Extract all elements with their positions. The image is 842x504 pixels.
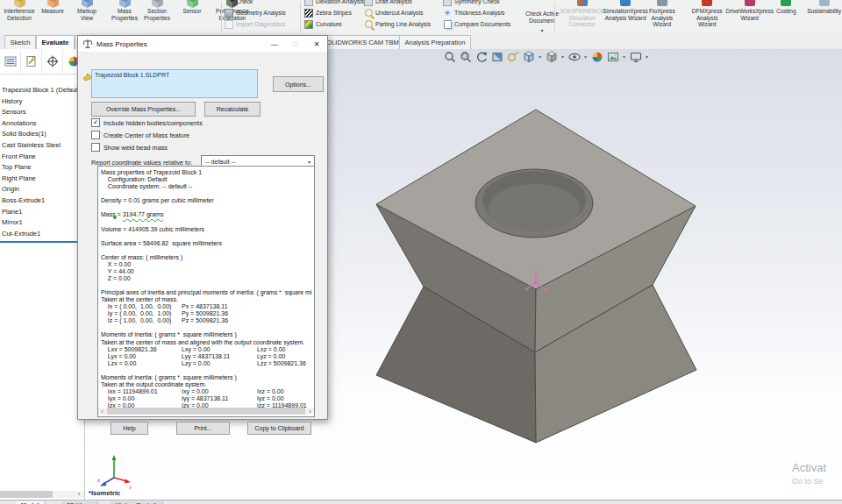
minimize-button[interactable]: — — [264, 37, 285, 52]
ribbon-tool-button[interactable]: Interference Detection — [2, 0, 37, 22]
tree-item[interactable]: Annotations — [0, 118, 84, 130]
help-button[interactable]: Help — [111, 422, 148, 435]
tree-item[interactable]: Plane1 — [0, 207, 84, 218]
ribbon-item-parting-line-analysis[interactable]: Parting Line Analysis — [364, 18, 445, 30]
edit-appearance-icon[interactable] — [590, 50, 603, 63]
chevron-down-icon[interactable]: ▾ — [539, 53, 541, 60]
ribbon-item-undercut-analysis[interactable]: Undercut Analysis — [364, 7, 445, 18]
report-line: Z = 0.00 — [101, 275, 314, 282]
ribbon-item-thickness-analysis[interactable]: ✳Thickness Analysis — [443, 7, 524, 18]
ribbon-tool-button[interactable]: Sensor — [170, 0, 214, 22]
options-button[interactable]: Options... — [273, 76, 324, 92]
ribbon-wizard-button[interactable]: 3DEXPERIENCE Simulation Connector — [556, 0, 608, 28]
display-style-icon[interactable] — [545, 50, 558, 63]
report-line: Ixx = 11194899.01Ixy = 0.00Ixz = 0.00 — [101, 388, 314, 395]
ribbon-separator — [221, 2, 222, 32]
view-orientation-icon[interactable] — [522, 50, 535, 63]
tree-item[interactable]: Sensors — [0, 107, 84, 118]
tree-item[interactable]: Front Plane — [0, 152, 84, 163]
tab-sketch[interactable]: Sketch — [4, 35, 36, 49]
tab-analysis-preparation[interactable]: Analysis Preparation — [399, 35, 471, 49]
rollback-bar[interactable] — [0, 241, 84, 243]
recalculate-button[interactable]: Recalculate — [204, 102, 260, 117]
report-line: Configuration: Default — [101, 176, 314, 183]
ribbon-tool-button[interactable]: Section Properties — [144, 0, 170, 22]
checkbox-create-center-of-mass[interactable]: Create Center of Mass feature — [91, 131, 189, 139]
chevron-down-icon[interactable]: ▾ — [646, 53, 648, 60]
ribbon-item-check[interactable]: ✓Check — [225, 0, 298, 7]
ribbon-wizard-button[interactable]: Sustainability — [806, 0, 842, 28]
chevron-down-icon[interactable]: ▾ — [623, 53, 625, 60]
ribbon-item-compare-documents[interactable]: Compare Documents — [443, 18, 524, 30]
dynamic-annotation-icon[interactable] — [506, 50, 519, 63]
report-line: Y = 44.00 — [101, 268, 314, 275]
tab-property-manager[interactable] — [21, 50, 42, 73]
override-mass-properties-button[interactable]: Override Mass Properties... — [91, 102, 196, 117]
ribbon-right-buttons: 3DEXPERIENCE Simulation Connector Simula… — [556, 0, 842, 28]
checkbox-show-weld-bead-mass[interactable]: Show weld bead mass — [91, 143, 168, 152]
scrollbar-thumb[interactable] — [107, 408, 305, 415]
tool-icon — [13, 0, 26, 6]
ribbon-item-geometry-analysis[interactable]: Geometry Analysis — [225, 7, 298, 18]
tree-item[interactable]: Top Plane — [0, 162, 84, 174]
report-line: Iz = ( 1.00, 0.00, 0.00)Pz = 5009821.36 — [101, 317, 314, 324]
ribbon-tool-button[interactable]: Measure — [37, 0, 68, 22]
tree-item[interactable]: Cast Stainless Steel — [0, 140, 84, 152]
tree-item[interactable]: Boss-Extrude1 — [0, 195, 84, 207]
section-view-icon[interactable] — [490, 50, 503, 63]
dialog-title-bar[interactable]: Mass Properties — □ ✕ — [78, 36, 327, 52]
tool-icon — [186, 0, 199, 6]
scroll-right-arrow[interactable]: › — [306, 408, 314, 415]
checkbox-unchecked-icon[interactable] — [91, 131, 100, 139]
tree-item[interactable]: Mirror1 — [0, 217, 84, 229]
tab-solidworks-cam-tbm[interactable]: SOLIDWORKS CAM TBM — [321, 35, 400, 49]
ribbon-wizard-button[interactable]: Costing — [767, 0, 806, 28]
tab-feature-tree[interactable] — [0, 50, 21, 73]
report-horizontal-scrollbar[interactable]: ‹ › — [98, 408, 314, 415]
close-button[interactable]: ✕ — [306, 37, 327, 52]
ribbon-tool-button[interactable]: Markup View — [68, 0, 105, 22]
report-line: Taken at the center of mass and aligned … — [101, 339, 314, 346]
previous-view-icon[interactable] — [475, 50, 488, 63]
checkbox-unchecked-icon[interactable] — [91, 143, 100, 152]
tree-item[interactable]: Solid Bodies(1) — [0, 129, 84, 140]
wizard-icon — [819, 0, 830, 6]
tree-item[interactable]: Origin — [0, 184, 84, 195]
report-line: Coordinate system: -- default -- — [101, 183, 314, 190]
wizard-icon — [577, 0, 588, 6]
ribbon-wizard-button[interactable]: SimulationXpress Analysis Wizard — [608, 0, 643, 28]
print-button[interactable]: Print... — [176, 422, 230, 435]
copy-to-clipboard-button[interactable]: Copy to Clipboard — [247, 422, 311, 435]
heads-up-view-toolbar: ▾ ▾ ▾ ▾ ▾ — [443, 50, 649, 63]
ribbon-item-draft-analysis[interactable]: Draft Analysis — [364, 0, 445, 7]
tab-evaluate[interactable]: Evaluate — [36, 35, 75, 49]
check-icon: ✓ — [225, 0, 233, 6]
ribbon-item-symmetry-check[interactable]: Symmetry Check — [443, 0, 524, 7]
tree-item[interactable]: Right Plane — [0, 174, 84, 185]
tab-configuration-manager[interactable] — [42, 50, 63, 73]
checkbox-include-hidden-bodies[interactable]: ✓ Include hidden bodies/components — [91, 118, 203, 127]
tree-item[interactable]: Cut-Extrude1 — [0, 229, 84, 240]
scroll-right-arrow[interactable]: › — [74, 491, 84, 498]
deviation-analysis-icon — [304, 0, 313, 6]
scroll-left-arrow[interactable]: ‹ — [98, 408, 106, 415]
tree-root-item[interactable]: Trapezoid Block 1 (Default< — [0, 85, 84, 96]
dialog-title: Mass Properties — [96, 40, 147, 48]
ribbon-wizard-button[interactable]: FloXpress Analysis Wizard — [643, 0, 681, 28]
scrollbar-thumb[interactable] — [0, 491, 53, 498]
report-line — [101, 204, 314, 211]
report-line — [101, 367, 314, 374]
hide-show-items-icon[interactable] — [567, 50, 581, 63]
view-settings-icon[interactable] — [629, 50, 642, 63]
ribbon-wizard-button[interactable]: DriveWorksXpress Wizard — [733, 0, 767, 28]
selection-box[interactable]: Trapezoid Block 1.SLDPRT — [91, 69, 258, 98]
checkbox-checked-icon[interactable]: ✓ — [91, 118, 100, 127]
zoom-to-area-icon[interactable] — [459, 50, 472, 63]
chevron-down-icon[interactable]: ▾ — [584, 53, 587, 60]
ribbon-tool-button[interactable]: Mass Properties — [105, 0, 144, 22]
chevron-down-icon[interactable]: ▾ — [561, 53, 564, 60]
apply-scene-icon[interactable] — [606, 50, 619, 63]
tree-item[interactable]: History — [0, 96, 84, 108]
zoom-to-fit-icon[interactable] — [443, 50, 456, 63]
panel-horizontal-scrollbar[interactable]: › — [0, 491, 84, 498]
